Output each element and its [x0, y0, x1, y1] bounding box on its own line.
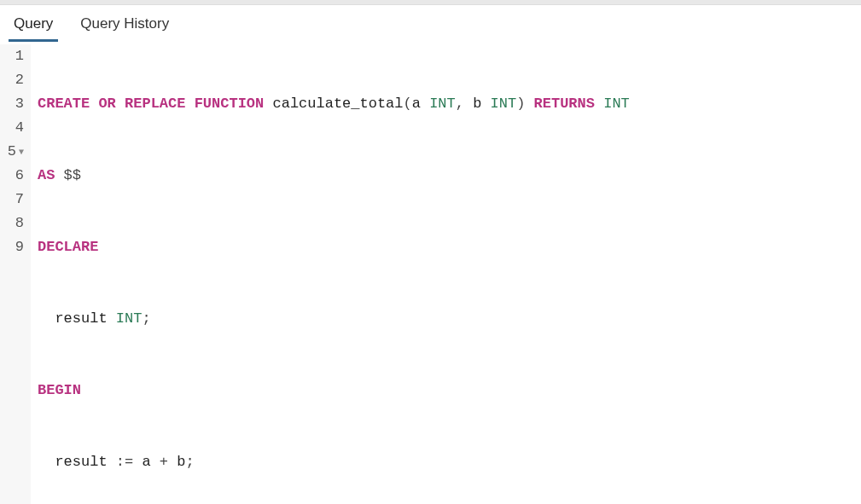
code-line: result := a + b;: [38, 450, 630, 474]
line-number: 6: [7, 164, 24, 188]
line-number: 4: [7, 116, 24, 140]
line-number: 8: [7, 211, 24, 235]
code-line: DECLARE: [38, 235, 630, 259]
line-number-gutter: 1 2 3 4 5▼ 6 7 8 9: [0, 44, 31, 504]
tab-query-history[interactable]: Query History: [75, 12, 174, 42]
code-editor[interactable]: 1 2 3 4 5▼ 6 7 8 9 CREATE OR REPLACE FUN…: [0, 43, 861, 504]
code-line: BEGIN: [38, 379, 630, 403]
line-number: 3: [7, 92, 24, 116]
code-area[interactable]: CREATE OR REPLACE FUNCTION calculate_tot…: [31, 44, 630, 504]
code-line: CREATE OR REPLACE FUNCTION calculate_tot…: [38, 92, 630, 116]
line-number: 1: [7, 44, 24, 68]
tab-query[interactable]: Query: [9, 12, 58, 42]
code-line: result INT;: [38, 307, 630, 331]
line-number: 2: [7, 68, 24, 92]
line-number: 7: [7, 188, 24, 211]
line-number: 5▼: [7, 140, 24, 164]
fold-toggle-icon[interactable]: ▼: [19, 141, 24, 165]
editor-tabs: Query Query History: [0, 5, 861, 43]
line-number: 9: [7, 235, 24, 259]
code-line: AS $$: [38, 164, 630, 188]
